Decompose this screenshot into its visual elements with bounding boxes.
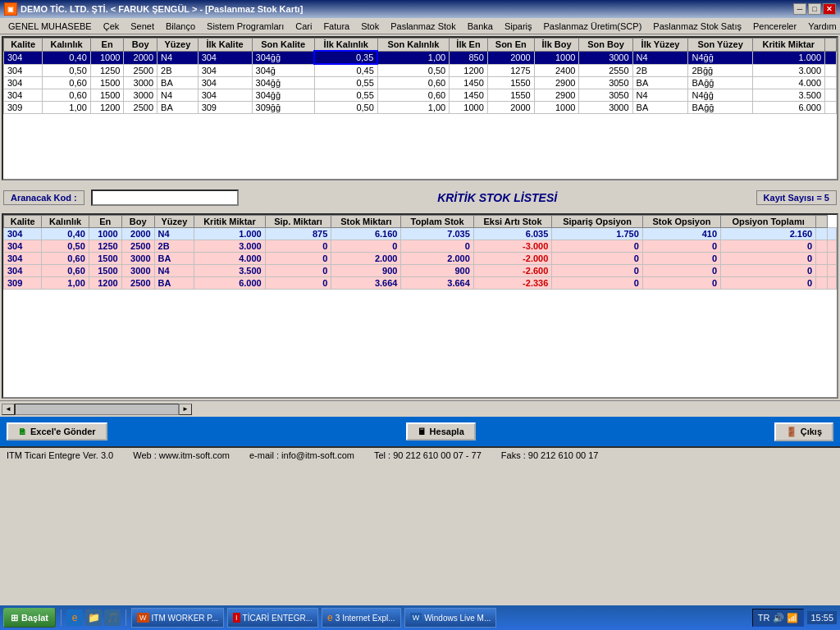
menu-paslanmaz-uretim[interactable]: Paslanmaz Üretim(SCP) bbox=[539, 20, 647, 33]
table-row: 1000 bbox=[90, 51, 124, 64]
taskbar-btn-ticari[interactable]: I TİCARİ ENTEGR... bbox=[227, 608, 318, 628]
cikis-button[interactable]: 🚪 Çıkış bbox=[774, 422, 833, 441]
top-section: Kalite Kalınlık En Boy Yüzey İlk Kalite … bbox=[0, 34, 840, 182]
table-row: 2.000 bbox=[331, 253, 401, 265]
taskbar-right: TR 🔊 📶 15:55 bbox=[752, 609, 837, 627]
table-row: 0 bbox=[721, 265, 816, 277]
table-row: 0,50 bbox=[377, 64, 449, 77]
bottom-table-container[interactable]: Kalite Kalınlık En Boy Yüzey Kritik Mikt… bbox=[2, 213, 838, 399]
table-row: 3.000 bbox=[194, 240, 266, 253]
menu-stok[interactable]: Stok bbox=[356, 20, 384, 33]
table-row: BAğğ bbox=[688, 102, 752, 114]
bcol-toplam-stok: Toplam Stok bbox=[401, 216, 473, 228]
table-row: 0 bbox=[642, 265, 720, 277]
table-row: 1,00 bbox=[42, 277, 89, 290]
menu-genel-muhasebe[interactable]: GENEL MUHASEBE bbox=[3, 20, 97, 33]
col-kalinlik: Kalınlık bbox=[43, 39, 90, 52]
table-row: 0,60 bbox=[377, 77, 449, 89]
table-row: 0,60 bbox=[42, 253, 89, 265]
bcol-en: En bbox=[89, 216, 121, 228]
table-row: 0,40 bbox=[42, 228, 89, 240]
table-row: 2500 bbox=[121, 240, 154, 253]
taskbar: ⊞ Başlat e 📁 🎵 W ITM WORKER P... I TİCAR… bbox=[0, 605, 840, 630]
horizontal-scrollbar[interactable] bbox=[15, 404, 179, 415]
bcol-eksi-arti: Eksi Artı Stok bbox=[473, 216, 551, 228]
menu-yardim[interactable]: Yardım bbox=[803, 20, 840, 33]
close-button[interactable]: ✕ bbox=[823, 3, 836, 15]
clock: 15:55 bbox=[807, 611, 837, 624]
minimize-button[interactable]: ─ bbox=[793, 3, 806, 15]
table-row: 1450 bbox=[450, 77, 488, 89]
scroll-right-btn[interactable]: ► bbox=[179, 404, 192, 415]
taskbar-btn-itm-worker[interactable]: W ITM WORKER P... bbox=[131, 608, 224, 628]
taskbar-btn-ie[interactable]: e 3 Internet Expl... bbox=[322, 608, 401, 628]
search-input[interactable] bbox=[91, 189, 239, 206]
table-row: 3000 bbox=[124, 89, 158, 102]
menu-senet[interactable]: Senet bbox=[126, 20, 159, 33]
start-label: Başlat bbox=[21, 613, 48, 623]
table-row: 1500 bbox=[89, 265, 121, 277]
bcol-stok-miktar: Stok Miktarı bbox=[331, 216, 401, 228]
table-row: 309 bbox=[4, 277, 42, 290]
table-row: 0 bbox=[265, 253, 331, 265]
table-row: 304 bbox=[4, 240, 42, 253]
table-row: 0 bbox=[265, 265, 331, 277]
menu-cari[interactable]: Cari bbox=[290, 20, 317, 33]
menu-fatura[interactable]: Fatura bbox=[318, 20, 354, 33]
table-row: -2.336 bbox=[473, 277, 551, 290]
table-row: 6.160 bbox=[331, 228, 401, 240]
table-row: 900 bbox=[401, 265, 473, 277]
table-row: BA bbox=[158, 102, 199, 114]
table-row: 875 bbox=[265, 228, 331, 240]
table-row: 2.000 bbox=[401, 253, 473, 265]
menu-bilanco[interactable]: Bilanço bbox=[161, 20, 200, 33]
menu-paslanmaz-stok[interactable]: Paslanmaz Stok bbox=[386, 20, 460, 33]
bcol-kritik-miktar: Kritik Miktar bbox=[194, 216, 266, 228]
table-row: 304 bbox=[4, 51, 43, 64]
table-row: 4.000 bbox=[194, 253, 266, 265]
excel-icon: 🗎 bbox=[18, 427, 27, 436]
table-row: 1.000 bbox=[752, 51, 824, 64]
status-email: e-mail : info@itm-soft.com bbox=[246, 450, 358, 460]
hesapla-button[interactable]: 🖩 Hesapla bbox=[406, 422, 476, 441]
quick-media-icon[interactable]: 🎵 bbox=[104, 609, 121, 626]
table-row: 0 bbox=[401, 240, 473, 253]
quick-folder-icon[interactable]: 📁 bbox=[85, 609, 102, 626]
table-row: 2900 bbox=[534, 89, 579, 102]
table-row: N4 bbox=[154, 228, 194, 240]
table-row: 0,60 bbox=[43, 89, 90, 102]
cikis-icon: 🚪 bbox=[786, 427, 797, 437]
table-row bbox=[816, 277, 828, 290]
table-row: 0,55 bbox=[314, 77, 377, 89]
menu-siparis[interactable]: Sipariş bbox=[500, 20, 537, 33]
table-row: 0 bbox=[642, 277, 720, 290]
menu-paslanmaz-stok-satis[interactable]: Paslanmaz Stok Satış bbox=[648, 20, 746, 33]
table-row: 0,45 bbox=[314, 64, 377, 77]
menu-sistem[interactable]: Sistem Programları bbox=[202, 20, 289, 33]
itm-worker-label: ITM WORKER P... bbox=[152, 614, 219, 623]
menu-pencereler[interactable]: Pencereler bbox=[748, 20, 801, 33]
quick-ie-icon[interactable]: e bbox=[66, 609, 83, 626]
table-row: -2.600 bbox=[473, 265, 551, 277]
table-row: 6.000 bbox=[752, 102, 824, 114]
excel-button[interactable]: 🗎 Excel'e Gönder bbox=[7, 422, 107, 441]
scroll-left-btn[interactable]: ◄ bbox=[2, 404, 15, 415]
start-button[interactable]: ⊞ Başlat bbox=[3, 608, 56, 628]
menu-banka[interactable]: Banka bbox=[463, 20, 498, 33]
bcol-opsiyon-toplam: Opsiyon Toplamı bbox=[721, 216, 816, 228]
table-row bbox=[816, 240, 828, 253]
status-version: ITM Ticari Entegre Ver. 3.0 bbox=[3, 450, 116, 460]
taskbar-btn-windows-live[interactable]: W Windows Live M... bbox=[404, 608, 497, 628]
app-icon: ▣ bbox=[4, 2, 17, 16]
menu-cek[interactable]: Çek bbox=[98, 20, 125, 33]
table-row: 2B bbox=[154, 240, 194, 253]
table-row: N4ğğ bbox=[688, 89, 752, 102]
table-row: -2.000 bbox=[473, 253, 551, 265]
table-row: 304ğğ bbox=[252, 89, 314, 102]
table-row: 1200 bbox=[90, 102, 124, 114]
table-row bbox=[816, 253, 828, 265]
maximize-button[interactable]: □ bbox=[808, 3, 821, 15]
top-table-container[interactable]: Kalite Kalınlık En Boy Yüzey İlk Kalite … bbox=[2, 36, 838, 180]
table-row: BAğğ bbox=[688, 77, 752, 89]
table-row: 304 bbox=[4, 77, 43, 89]
